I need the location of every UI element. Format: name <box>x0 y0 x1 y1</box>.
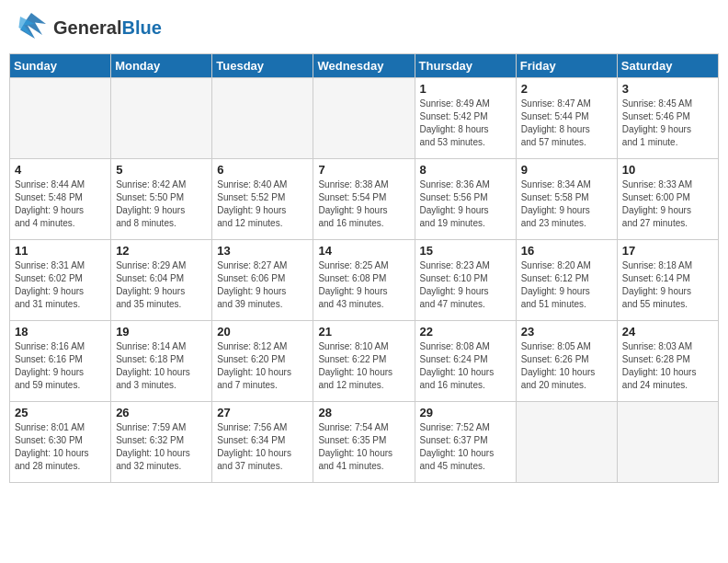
calendar-cell: 23Sunrise: 8:05 AM Sunset: 6:26 PM Dayli… <box>516 321 617 402</box>
day-info: Sunrise: 8:23 AM Sunset: 6:10 PM Dayligh… <box>420 259 511 311</box>
calendar-cell: 9Sunrise: 8:34 AM Sunset: 5:58 PM Daylig… <box>516 159 617 240</box>
calendar-cell <box>313 78 415 159</box>
day-number: 12 <box>116 244 207 258</box>
day-number: 14 <box>318 244 409 258</box>
day-info: Sunrise: 8:14 AM Sunset: 6:18 PM Dayligh… <box>116 340 207 392</box>
calendar-cell: 8Sunrise: 8:36 AM Sunset: 5:56 PM Daylig… <box>415 159 516 240</box>
day-number: 1 <box>420 82 511 96</box>
calendar-cell: 1Sunrise: 8:49 AM Sunset: 5:42 PM Daylig… <box>415 78 516 159</box>
day-number: 16 <box>521 244 612 258</box>
calendar-cell <box>617 402 718 483</box>
calendar-cell: 2Sunrise: 8:47 AM Sunset: 5:44 PM Daylig… <box>516 78 617 159</box>
day-info: Sunrise: 8:25 AM Sunset: 6:08 PM Dayligh… <box>318 259 409 311</box>
day-number: 3 <box>622 82 713 96</box>
calendar-cell: 14Sunrise: 8:25 AM Sunset: 6:08 PM Dayli… <box>313 240 415 321</box>
calendar-cell: 19Sunrise: 8:14 AM Sunset: 6:18 PM Dayli… <box>111 321 212 402</box>
day-number: 29 <box>420 406 511 419</box>
day-info: Sunrise: 8:18 AM Sunset: 6:14 PM Dayligh… <box>622 259 713 311</box>
week-row-5: 25Sunrise: 8:01 AM Sunset: 6:30 PM Dayli… <box>10 402 719 483</box>
day-number: 7 <box>318 163 409 177</box>
day-info: Sunrise: 8:40 AM Sunset: 5:52 PM Dayligh… <box>217 178 308 230</box>
day-number: 15 <box>420 244 511 258</box>
calendar-cell: 13Sunrise: 8:27 AM Sunset: 6:06 PM Dayli… <box>212 240 313 321</box>
day-number: 6 <box>217 163 308 177</box>
day-info: Sunrise: 8:12 AM Sunset: 6:20 PM Dayligh… <box>217 340 308 392</box>
calendar-cell <box>111 78 212 159</box>
calendar-cell: 12Sunrise: 8:29 AM Sunset: 6:04 PM Dayli… <box>111 240 212 321</box>
calendar-cell: 17Sunrise: 8:18 AM Sunset: 6:14 PM Dayli… <box>617 240 718 321</box>
calendar-cell <box>212 78 313 159</box>
calendar-cell: 18Sunrise: 8:16 AM Sunset: 6:16 PM Dayli… <box>10 321 111 402</box>
day-info: Sunrise: 8:16 AM Sunset: 6:16 PM Dayligh… <box>15 340 106 392</box>
day-number: 25 <box>15 406 106 419</box>
logo-bird-icon <box>13 9 50 46</box>
day-info: Sunrise: 7:52 AM Sunset: 6:37 PM Dayligh… <box>420 421 511 473</box>
calendar-cell: 3Sunrise: 8:45 AM Sunset: 5:46 PM Daylig… <box>617 78 718 159</box>
day-number: 2 <box>521 82 612 96</box>
day-number: 23 <box>521 325 612 339</box>
logo: GeneralBlue <box>13 9 162 46</box>
day-info: Sunrise: 8:45 AM Sunset: 5:46 PM Dayligh… <box>622 98 713 149</box>
col-header-monday: Monday <box>111 54 212 78</box>
day-info: Sunrise: 8:10 AM Sunset: 6:22 PM Dayligh… <box>318 340 409 392</box>
day-number: 17 <box>622 244 713 258</box>
calendar-header-row: SundayMondayTuesdayWednesdayThursdayFrid… <box>10 54 719 78</box>
calendar-cell: 10Sunrise: 8:33 AM Sunset: 6:00 PM Dayli… <box>617 159 718 240</box>
calendar-cell <box>516 402 617 483</box>
calendar-cell: 26Sunrise: 7:59 AM Sunset: 6:32 PM Dayli… <box>111 402 212 483</box>
calendar-cell: 20Sunrise: 8:12 AM Sunset: 6:20 PM Dayli… <box>212 321 313 402</box>
day-number: 22 <box>420 325 511 339</box>
calendar-cell: 22Sunrise: 8:08 AM Sunset: 6:24 PM Dayli… <box>415 321 516 402</box>
day-info: Sunrise: 8:01 AM Sunset: 6:30 PM Dayligh… <box>15 421 106 473</box>
col-header-wednesday: Wednesday <box>313 54 415 78</box>
calendar-cell: 5Sunrise: 8:42 AM Sunset: 5:50 PM Daylig… <box>111 159 212 240</box>
week-row-3: 11Sunrise: 8:31 AM Sunset: 6:02 PM Dayli… <box>10 240 719 321</box>
day-info: Sunrise: 8:42 AM Sunset: 5:50 PM Dayligh… <box>116 178 207 230</box>
day-number: 4 <box>15 163 106 177</box>
week-row-1: 1Sunrise: 8:49 AM Sunset: 5:42 PM Daylig… <box>10 78 719 159</box>
day-info: Sunrise: 8:34 AM Sunset: 5:58 PM Dayligh… <box>521 178 612 230</box>
day-number: 11 <box>15 244 106 258</box>
day-info: Sunrise: 8:08 AM Sunset: 6:24 PM Dayligh… <box>420 340 511 392</box>
calendar-cell: 29Sunrise: 7:52 AM Sunset: 6:37 PM Dayli… <box>415 402 516 483</box>
logo-text: GeneralBlue <box>53 17 162 39</box>
day-info: Sunrise: 8:33 AM Sunset: 6:00 PM Dayligh… <box>622 178 713 230</box>
calendar-cell: 24Sunrise: 8:03 AM Sunset: 6:28 PM Dayli… <box>617 321 718 402</box>
day-info: Sunrise: 8:47 AM Sunset: 5:44 PM Dayligh… <box>521 98 612 149</box>
day-number: 18 <box>15 325 106 339</box>
day-info: Sunrise: 8:49 AM Sunset: 5:42 PM Dayligh… <box>420 98 511 149</box>
day-number: 24 <box>622 325 713 339</box>
calendar-cell: 28Sunrise: 7:54 AM Sunset: 6:35 PM Dayli… <box>313 402 415 483</box>
col-header-tuesday: Tuesday <box>212 54 313 78</box>
day-number: 19 <box>116 325 207 339</box>
day-info: Sunrise: 8:36 AM Sunset: 5:56 PM Dayligh… <box>420 178 511 230</box>
calendar-cell: 4Sunrise: 8:44 AM Sunset: 5:48 PM Daylig… <box>10 159 111 240</box>
col-header-thursday: Thursday <box>415 54 516 78</box>
day-number: 13 <box>217 244 308 258</box>
calendar-cell: 6Sunrise: 8:40 AM Sunset: 5:52 PM Daylig… <box>212 159 313 240</box>
calendar-cell: 21Sunrise: 8:10 AM Sunset: 6:22 PM Dayli… <box>313 321 415 402</box>
calendar-cell: 25Sunrise: 8:01 AM Sunset: 6:30 PM Dayli… <box>10 402 111 483</box>
day-info: Sunrise: 8:20 AM Sunset: 6:12 PM Dayligh… <box>521 259 612 311</box>
day-number: 10 <box>622 163 713 177</box>
col-header-saturday: Saturday <box>617 54 718 78</box>
page-header: GeneralBlue <box>9 9 719 46</box>
day-info: Sunrise: 8:27 AM Sunset: 6:06 PM Dayligh… <box>217 259 308 311</box>
col-header-sunday: Sunday <box>10 54 111 78</box>
day-info: Sunrise: 8:38 AM Sunset: 5:54 PM Dayligh… <box>318 178 409 230</box>
calendar-cell <box>10 78 111 159</box>
day-number: 20 <box>217 325 308 339</box>
calendar-cell: 11Sunrise: 8:31 AM Sunset: 6:02 PM Dayli… <box>10 240 111 321</box>
calendar-table: SundayMondayTuesdayWednesdayThursdayFrid… <box>9 53 719 483</box>
day-number: 28 <box>318 406 409 419</box>
day-info: Sunrise: 8:03 AM Sunset: 6:28 PM Dayligh… <box>622 340 713 392</box>
calendar-cell: 15Sunrise: 8:23 AM Sunset: 6:10 PM Dayli… <box>415 240 516 321</box>
calendar-cell: 7Sunrise: 8:38 AM Sunset: 5:54 PM Daylig… <box>313 159 415 240</box>
calendar-cell: 27Sunrise: 7:56 AM Sunset: 6:34 PM Dayli… <box>212 402 313 483</box>
day-number: 27 <box>217 406 308 419</box>
col-header-friday: Friday <box>516 54 617 78</box>
day-info: Sunrise: 7:59 AM Sunset: 6:32 PM Dayligh… <box>116 421 207 473</box>
day-number: 9 <box>521 163 612 177</box>
day-info: Sunrise: 7:56 AM Sunset: 6:34 PM Dayligh… <box>217 421 308 473</box>
day-info: Sunrise: 8:29 AM Sunset: 6:04 PM Dayligh… <box>116 259 207 311</box>
